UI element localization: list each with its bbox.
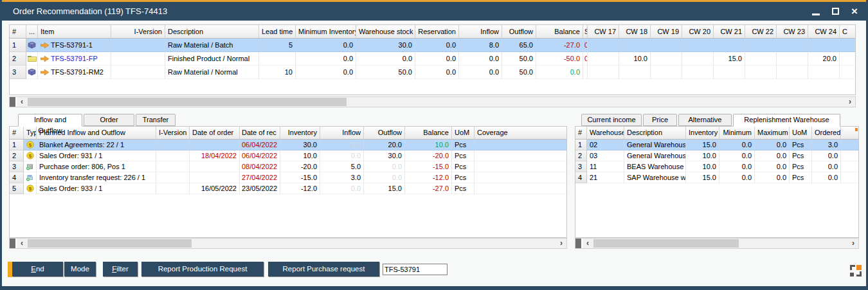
cell: Raw Material / Normal <box>165 66 259 79</box>
scroll-corner-box[interactable] <box>10 239 17 248</box>
svg-text:$: $ <box>28 153 32 159</box>
cell <box>777 52 808 66</box>
document-link[interactable]: Purchase order: 806, Pos 1 <box>37 161 156 172</box>
cell: 0.0 <box>364 161 405 172</box>
minimize-icon[interactable] <box>812 14 820 15</box>
item-cell[interactable]: TFS-53791-RM2 <box>38 66 111 79</box>
tab-replenishment-warehouse[interactable]: Replenishment Warehouse <box>733 114 840 127</box>
cell <box>841 172 858 183</box>
scroll-thumb[interactable] <box>28 239 192 248</box>
document-link[interactable]: Sales Order: 933 / 1 <box>37 183 156 194</box>
items-table-hscrollbar[interactable]: ‹ › <box>9 96 856 107</box>
cell: 15.0 <box>686 140 719 150</box>
scroll-left-icon[interactable]: ‹ <box>17 239 27 248</box>
document-link[interactable]: Blanket Agreements: 22 / 1 <box>37 140 156 150</box>
scroll-thumb[interactable] <box>593 239 739 248</box>
cell: 30.0 <box>364 150 405 161</box>
cell <box>475 172 566 183</box>
tab-price[interactable]: Price <box>643 114 677 126</box>
table-row[interactable]: 5 $ Sales Order: 933 / 1 16/05/2022 23/0… <box>10 183 566 194</box>
cell <box>156 172 190 183</box>
column-header-clipped: Date of rec <box>240 127 280 140</box>
column-header: Description <box>165 25 259 39</box>
table-row[interactable]: 1 TFS-53791-1 Raw Material / Batch 5 0.0… <box>10 39 855 52</box>
cell: -12.0 <box>405 172 452 183</box>
form-settings-icon[interactable] <box>850 265 862 276</box>
title-bar: Order Recommendation (119) TFS-74413 × <box>0 0 868 21</box>
cell <box>808 66 840 79</box>
filter-button[interactable]: Filter <box>103 262 138 276</box>
cell: 3.0 <box>812 140 841 150</box>
column-header-clipped: S <box>583 25 588 39</box>
cell <box>745 39 777 52</box>
tab-alternative[interactable]: Alternative <box>678 114 732 126</box>
cell: 10.0 <box>686 150 719 161</box>
item-cell[interactable]: TFS-53791-1 <box>38 39 111 52</box>
scroll-track[interactable] <box>27 239 556 248</box>
tab-inflow-and-outflow[interactable]: Inflow and Outflow <box>18 114 82 127</box>
cell <box>745 52 777 66</box>
tab-current-income[interactable]: Current income <box>581 114 642 126</box>
tab-transfer[interactable]: Transfer <box>136 114 176 126</box>
table-row[interactable]: 2 $ Sales Order: 931 / 1 18/04/2022 06/0… <box>10 150 566 161</box>
table-row[interactable]: 3 TFS-53791-RM2 Raw Material / Normal 10… <box>10 66 855 79</box>
table-row[interactable]: 1 02 General Warehouse 15.0 0.0 0.0 Pcs … <box>575 140 858 150</box>
cell: 30.0 <box>356 39 415 52</box>
scroll-left-icon[interactable]: ‹ <box>583 239 593 248</box>
scroll-corner-box[interactable] <box>10 97 17 107</box>
item-cell[interactable]: TFS-53791-FP <box>38 52 111 66</box>
cell: -50.0 <box>536 52 583 66</box>
left-panel-hscrollbar[interactable]: ‹ › <box>9 238 567 249</box>
column-header: Inflow <box>459 25 502 39</box>
table-row[interactable]: 3 Purchase order: 806, Pos 1 08/04/2022 … <box>10 161 566 172</box>
document-link[interactable]: Sales Order: 931 / 1 <box>37 150 156 161</box>
close-icon[interactable]: × <box>851 6 858 17</box>
cell <box>156 161 190 172</box>
cell: Pcs <box>452 161 475 172</box>
cell <box>190 172 240 183</box>
table-row[interactable]: 4 Inventory transfer request: 226 / 1 27… <box>10 172 566 183</box>
cell: 18/04/2022 <box>190 150 240 161</box>
scroll-left-icon[interactable]: ‹ <box>17 97 27 107</box>
goto-arrow-icon <box>41 42 49 48</box>
scroll-track[interactable] <box>27 97 845 107</box>
scroll-corner-box[interactable] <box>575 239 583 248</box>
table-row[interactable]: 1 $ Blanket Agreements: 22 / 1 06/04/202… <box>10 140 566 150</box>
document-link[interactable]: Inventory transfer request: 226 / 1 <box>37 172 156 183</box>
cell: 0.0 <box>812 161 841 172</box>
cell: 0.0 <box>296 39 356 52</box>
right-panel-hscrollbar[interactable]: ‹ › <box>575 238 859 249</box>
table-row[interactable]: 4 21 SAP Warehouse wit 15.0 0.0 0.0 Pcs … <box>575 172 858 183</box>
row-number: 2 <box>575 150 587 161</box>
cell: 0.0 <box>755 150 790 161</box>
svg-text:$: $ <box>28 142 32 148</box>
active-button-marker <box>8 262 12 277</box>
report-production-request-button[interactable]: Report Production Request <box>141 262 264 276</box>
mode-button[interactable]: Mode <box>64 262 96 276</box>
svg-text:$: $ <box>28 186 32 192</box>
item-code: TFS-53791-1 <box>51 39 93 51</box>
cell <box>156 150 190 161</box>
cell: 27/04/2022 <box>240 172 280 183</box>
table-row[interactable]: 3 11 BEAS Warehouse w 10.0 0.0 0.0 Pcs 0… <box>575 161 858 172</box>
tab-order[interactable]: Order <box>84 114 134 126</box>
end-button[interactable]: End <box>12 262 63 276</box>
table-row[interactable]: 2 03 General Warehouse 10.0 0.0 0.0 Pcs … <box>575 150 858 161</box>
cell <box>588 66 619 79</box>
maximize-icon[interactable] <box>832 8 839 15</box>
scroll-right-icon[interactable]: › <box>848 239 858 248</box>
table-row[interactable]: 2 TFS-53791-FP Finished Product / Normal… <box>10 52 855 66</box>
scroll-right-icon[interactable]: › <box>845 97 855 107</box>
column-header: # <box>10 127 24 140</box>
scroll-track[interactable] <box>593 239 848 248</box>
cell <box>841 161 858 172</box>
item-code-input[interactable] <box>383 264 448 275</box>
scroll-thumb[interactable] <box>28 98 347 106</box>
cell: -27.0 <box>536 39 583 52</box>
cell: 0.0 <box>415 39 459 52</box>
scroll-right-icon[interactable]: › <box>556 239 566 248</box>
cell: 16/05/2022 <box>190 183 240 194</box>
orange-square <box>856 265 862 270</box>
report-purchase-request-button[interactable]: Report Purchase request <box>268 262 379 276</box>
cell: 23/05/2022 <box>240 183 280 194</box>
